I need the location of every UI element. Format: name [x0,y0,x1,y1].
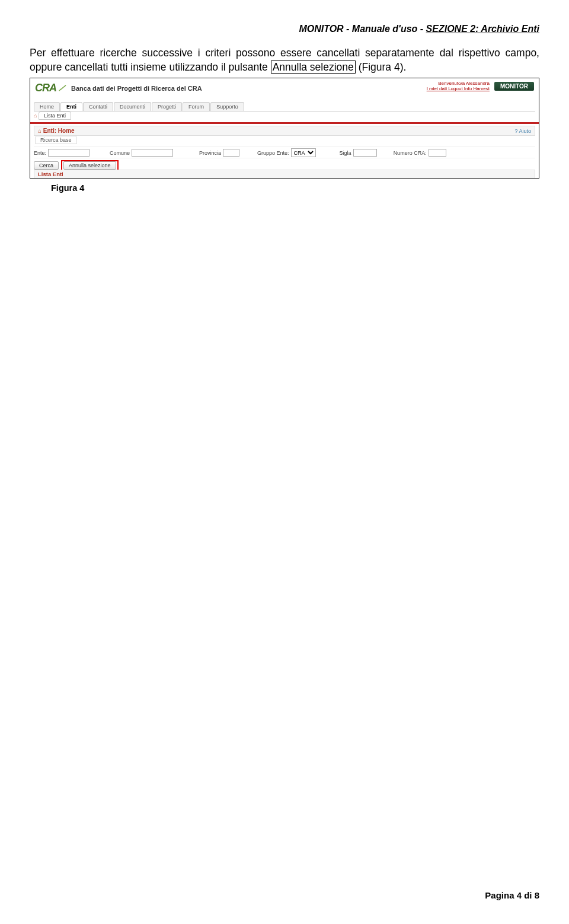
ricerca-base-tab[interactable]: Ricerca base [35,136,77,144]
label-gruppo: Gruppo Ente: [257,150,289,156]
user-link-row[interactable]: I miei dati Logout Info Harvest [427,86,490,91]
button-row: Cerca Annulla selezione [34,158,535,171]
tab-progetti[interactable]: Progetti [152,102,182,111]
annulla-selezione-button[interactable]: Annulla selezione [63,161,116,170]
welcome-text: Benvenuto/a Alessandra [438,81,490,86]
page-footer: Pagina 4 di 8 [485,890,539,900]
monitor-logo: MONITOR [494,82,534,91]
cra-logo: CRA⟋ [35,82,66,94]
cra-subtitle: Banca dati dei Progetti di Ricerca del C… [71,85,202,92]
header-left: MONITOR - Manuale d'uso - [299,24,426,34]
label-ente: Ente: [34,150,46,156]
section-bar: ⌂ Enti: Home ? Aiuto [34,126,535,136]
user-links: Benvenuto/a Alessandra I miei dati Logou… [427,81,490,91]
home-icon: ⌂ [34,113,37,119]
label-provincia: Provincia [199,150,221,156]
tab-home[interactable]: Home [34,102,60,111]
lista-enti-bar: Lista Enti [34,170,535,179]
main-tabs: Home Enti Contatti Documenti Progetti Fo… [34,102,535,111]
tab-documenti[interactable]: Documenti [114,102,151,111]
cerca-button[interactable]: Cerca [34,161,59,170]
label-comune: Comune [110,150,130,156]
search-fields-row: Ente: Comune Provincia Gruppo Ente:CRA S… [34,146,535,157]
red-divider [30,122,539,124]
header-right: SEZIONE 2: Archivio Enti [426,24,539,34]
paragraph-post: (Figura 4). [356,61,407,73]
subtab-lista-enti[interactable]: Lista Enti [39,111,71,120]
tab-enti[interactable]: Enti [60,102,82,111]
input-ente[interactable] [48,149,89,157]
paragraph-boxed: Annulla selezione [271,60,356,74]
app-title-bar: CRA⟋ Banca dati dei Progetti di Ricerca … [35,82,202,94]
body-paragraph: Per effettuare ricerche successive i cri… [30,46,539,74]
figure-caption: Figura 4 [51,183,539,193]
tab-contatti[interactable]: Contatti [83,102,113,111]
label-sigla: Sigla [340,150,351,156]
home-icon: ⌂ [38,128,43,134]
top-user-bar: Benvenuto/a Alessandra I miei dati Logou… [427,81,534,91]
tab-forum[interactable]: Forum [183,102,210,111]
section-title: Enti: Home [43,128,75,134]
input-comune[interactable] [132,149,173,157]
screenshot-figure: CRA⟋ Banca dati dei Progetti di Ricerca … [30,78,539,179]
select-gruppo[interactable]: CRA [291,148,316,157]
help-link[interactable]: ? Aiuto [514,128,531,134]
sub-tabs: ⌂ Lista Enti [34,111,71,120]
input-sigla[interactable] [353,149,377,157]
label-numero: Numero CRA: [394,150,427,156]
input-provincia[interactable] [223,149,239,157]
document-header: MONITOR - Manuale d'uso - SEZIONE 2: Arc… [30,24,539,34]
tab-supporto[interactable]: Supporto [210,102,244,111]
input-numero[interactable] [429,149,446,157]
leaf-icon: ⟋ [56,82,66,94]
